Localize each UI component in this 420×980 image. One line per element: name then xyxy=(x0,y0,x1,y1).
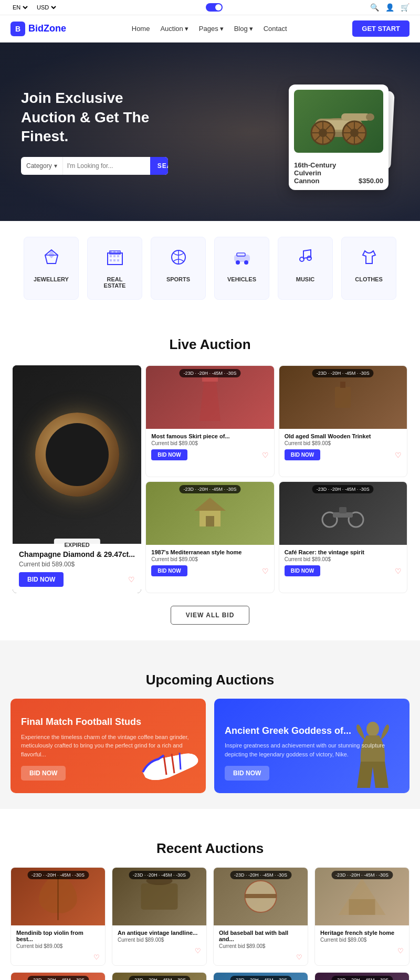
french-timer: -23D · -20H · -45M · -30S xyxy=(331,871,393,879)
cat-real-estate[interactable]: REAL ESTATE xyxy=(87,237,142,300)
landline-image: -23D · -20H · -45M · -30S xyxy=(112,868,206,925)
nav-blog[interactable]: Blog ▾ xyxy=(234,25,253,33)
viny-timer: -23D · -20H · -45M · -30S xyxy=(331,976,393,980)
french-bid: Current bid $89.00$ xyxy=(320,937,404,943)
top-bar: EN USD 🔍 👤 🛒 xyxy=(0,0,420,15)
get-start-button[interactable]: GET START xyxy=(352,20,410,37)
moto-bid-button[interactable]: BID NOW xyxy=(285,565,320,576)
blackbird-image: -23D · -20H · -45M · -30S xyxy=(214,973,308,980)
cat-music[interactable]: MUSIC xyxy=(278,237,333,300)
language-select[interactable]: EN xyxy=(10,4,29,11)
live-auction-section: Live Auction EXPIRED Champagne Diamond &… xyxy=(0,315,420,640)
svg-rect-23 xyxy=(113,251,116,253)
trinket-bid-button[interactable]: BID NOW xyxy=(285,449,320,460)
clothes-label: CLOTHES xyxy=(355,276,383,282)
cat-sports[interactable]: SPORTS xyxy=(151,237,206,300)
hero-card-area: 16th-Century CulverinCannon $350.00 xyxy=(289,85,388,190)
auction-main-title: Champagne Diamond & 29.47ct... xyxy=(19,550,135,559)
auction-main-bid: Current bid 589.00$ xyxy=(19,561,135,568)
house-bid: Current bid $89.00$ xyxy=(151,556,268,562)
trinket-image: -23D · -20H · -45M · -30S xyxy=(279,366,407,429)
nav-contact[interactable]: Contact xyxy=(264,25,287,33)
heart-icon[interactable]: 🛒 xyxy=(401,3,410,12)
baseball-image: -23D · -20H · -45M · -30S xyxy=(214,868,308,925)
upcoming-goddess-bid-button[interactable]: BID NOW xyxy=(225,766,269,781)
auction-main-bid-button[interactable]: BID NOW xyxy=(19,572,64,587)
navbar: B BidZone Home Auction ▾ Pages ▾ Blog ▾ … xyxy=(0,15,420,43)
trinket-heart[interactable]: ♡ xyxy=(395,451,402,459)
search-input[interactable] xyxy=(63,157,150,175)
moto-info: Café Racer: the vintage spirit Current b… xyxy=(279,545,407,581)
nav-links: Home Auction ▾ Pages ▾ Blog ▾ Contact xyxy=(132,25,287,33)
hero-card-title: 16th-Century CulverinCannon xyxy=(294,161,359,185)
dark-mode-toggle[interactable] xyxy=(206,3,223,12)
cat-jewellery[interactable]: JEWELLERY xyxy=(24,237,79,300)
landline-info: An antique vintage landline... Current b… xyxy=(112,925,206,947)
live-auction-title: Live Auction xyxy=(10,336,410,353)
house-timer: -23D · -20H · -45M · -30S xyxy=(179,485,240,493)
recent-card-4: -23D · -20H · -45M · -30S Arabic old sty… xyxy=(10,972,106,980)
house-footer: BID NOW ♡ xyxy=(151,565,268,576)
violin-title: Mendinib top violin from best... xyxy=(16,930,100,942)
view-all-bid-button[interactable]: VIEW ALL BID xyxy=(171,606,250,625)
nav-pages[interactable]: Pages ▾ xyxy=(199,25,224,33)
toggle-dot xyxy=(215,4,222,10)
house-bid-button[interactable]: BID NOW xyxy=(151,565,187,576)
upcoming-goddess-title: Ancient Greek Goddess of... xyxy=(225,725,399,737)
upcoming-football-bid-button[interactable]: BID NOW xyxy=(21,766,66,781)
cannon-illustration xyxy=(299,95,378,147)
clock-image: -23D · -20H · -45M · -30S xyxy=(112,973,206,980)
landline-bid: Current bid $89.00$ xyxy=(118,937,201,943)
svg-rect-27 xyxy=(117,255,119,257)
moto-heart[interactable]: ♡ xyxy=(395,567,402,575)
skirt-bid-button[interactable]: BID NOW xyxy=(151,449,187,460)
landline-footer: ♡ xyxy=(112,947,206,959)
svg-rect-46 xyxy=(206,516,214,526)
svg-rect-57 xyxy=(349,899,375,915)
trinket-timer: -23D · -20H · -45M · -30S xyxy=(312,369,374,377)
baseball-heart[interactable]: ♡ xyxy=(296,953,302,961)
cat-clothes[interactable]: CLOTHES xyxy=(341,237,396,300)
baseball-bid: Current bid $89.00$ xyxy=(219,943,302,949)
music-icon xyxy=(296,248,315,271)
nav-auction[interactable]: Auction ▾ xyxy=(160,25,188,33)
auction-small-1: -23D · -20H · -45M · -30S Old aged Small… xyxy=(279,365,407,477)
category-dropdown[interactable]: Category ▾ xyxy=(21,157,63,175)
real-estate-icon xyxy=(106,248,124,271)
sports-icon xyxy=(169,248,188,271)
recent-card-7: -23D · -20H · -45M · -30S Spinning vinyl… xyxy=(314,972,410,980)
search-button[interactable]: SEARCH xyxy=(150,157,168,175)
user-icon[interactable]: 👤 xyxy=(385,3,394,12)
hero-card[interactable]: 16th-Century CulverinCannon $350.00 xyxy=(289,85,388,190)
house-heart[interactable]: ♡ xyxy=(262,567,269,575)
clock-timer: -23D · -20H · -45M · -30S xyxy=(129,976,190,980)
upcoming-grid: Final Match Football Studs Experience th… xyxy=(10,699,410,793)
landline-heart[interactable]: ♡ xyxy=(195,947,201,955)
logo[interactable]: B BidZone xyxy=(10,22,66,36)
svg-rect-28 xyxy=(110,259,112,261)
teapot-timer: -23D · -20H · -45M · -30S xyxy=(27,976,89,980)
viny-image: -23D · -20H · -45M · -30S xyxy=(315,973,409,980)
search-icon[interactable]: 🔍 xyxy=(370,3,379,12)
violin-timer: -23D · -20H · -45M · -30S xyxy=(27,871,89,879)
nav-home[interactable]: Home xyxy=(132,25,150,33)
upcoming-card-goddess: Ancient Greek Goddess of... Inspire grea… xyxy=(214,699,410,793)
skirt-heart[interactable]: ♡ xyxy=(262,451,269,459)
upcoming-football-desc: Experience the timeless charm of the vin… xyxy=(21,733,195,759)
skirt-footer: BID NOW ♡ xyxy=(151,449,268,460)
violin-heart[interactable]: ♡ xyxy=(93,953,100,961)
trinket-title: Old aged Small Wooden Trinket xyxy=(285,433,402,439)
moto-timer: -23D · -20H · -45M · -30S xyxy=(312,485,374,493)
categories-section: JEWELLERY REAL ESTATE SPORTS VEHICLES MU… xyxy=(0,221,420,315)
hero-section: Join Exclusive Auction & Get The Finest.… xyxy=(0,43,420,221)
cat-vehicles[interactable]: VEHICLES xyxy=(214,237,269,300)
auction-main-image xyxy=(13,365,141,544)
moto-image: -23D · -20H · -45M · -30S xyxy=(279,482,407,545)
violin-info: Mendinib top violin from best... Current… xyxy=(11,925,105,953)
french-heart[interactable]: ♡ xyxy=(397,947,404,955)
auction-main-heart[interactable]: ♡ xyxy=(128,575,135,584)
currency-select[interactable]: USD xyxy=(35,4,58,11)
svg-rect-3 xyxy=(341,113,370,121)
music-label: MUSIC xyxy=(296,276,314,282)
recent-section: Recent Auctions -23D · -20H · -45M · -30… xyxy=(0,809,420,980)
